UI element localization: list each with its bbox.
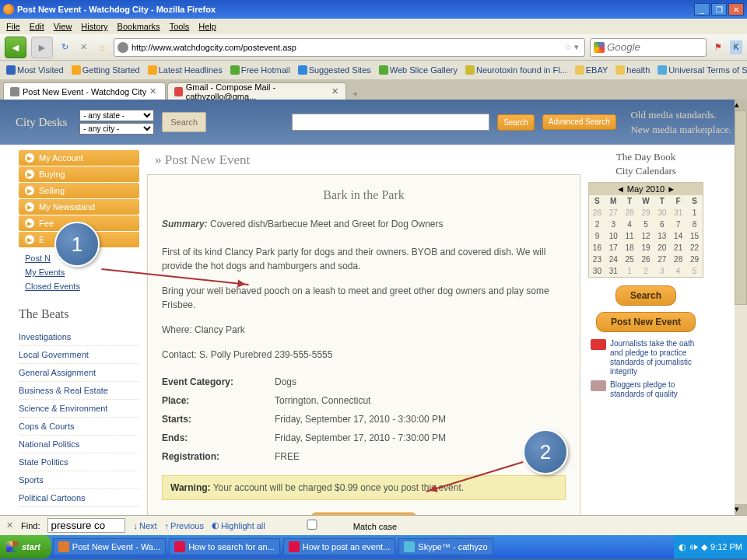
cal-day[interactable]: 25 [622, 254, 638, 265]
bookmark-star-icon[interactable]: ☆ [564, 42, 572, 52]
beat-link[interactable]: Local Government [19, 346, 139, 364]
k-icon[interactable]: K [730, 40, 742, 54]
bm-ebay[interactable]: EBAY [575, 65, 608, 75]
cal-day[interactable]: 18 [622, 242, 638, 254]
menu-bookmarks[interactable]: Bookmarks [117, 22, 160, 31]
cal-day[interactable]: 4 [670, 265, 686, 277]
cal-day[interactable]: 9 [589, 230, 605, 242]
post-new-event-button[interactable]: Post New Event [596, 312, 696, 332]
stop-icon[interactable]: ✕ [76, 40, 90, 54]
site-search-button[interactable]: Search [497, 114, 535, 131]
bm-health[interactable]: health [615, 65, 650, 75]
cal-day[interactable]: 14 [670, 230, 686, 242]
system-tray[interactable]: ◐ 🕪 ◆ 9:12 PM [674, 535, 747, 558]
find-close-icon[interactable]: ✕ [6, 520, 13, 530]
cal-day[interactable]: 10 [605, 230, 622, 242]
cal-day[interactable]: 17 [605, 242, 622, 254]
cal-day[interactable]: 20 [654, 242, 670, 254]
cal-day[interactable]: 8 [686, 219, 703, 230]
cal-day[interactable]: 3 [654, 265, 670, 277]
taskbar-button[interactable]: How to search for an... [169, 538, 280, 555]
beat-link[interactable]: Political Cartoons [19, 489, 139, 507]
site-search-input[interactable] [292, 114, 489, 131]
cal-day[interactable]: 22 [686, 242, 703, 254]
cal-day[interactable]: 26 [638, 254, 654, 265]
menu-edit[interactable]: Edit [30, 22, 44, 31]
addon-icon[interactable]: ⚑ [711, 40, 725, 54]
beat-link[interactable]: Business & Real Estate [19, 382, 139, 400]
search-box[interactable] [590, 38, 707, 57]
sublink-closed[interactable]: Closed Events [25, 279, 139, 293]
back-button[interactable]: ◄ [5, 37, 26, 58]
reload-icon[interactable]: ↻ [58, 40, 72, 54]
find-matchcase[interactable]: Match case [273, 520, 397, 531]
minimize-button[interactable]: _ [694, 3, 710, 16]
cal-day[interactable]: 26 [589, 207, 605, 219]
scrollbar[interactable]: ▴ ▾ [735, 100, 747, 515]
bm-webslice[interactable]: Web Slice Gallery [379, 65, 458, 75]
bm-latest-headlines[interactable]: Latest Headlines [148, 65, 223, 75]
url-bar[interactable]: ☆ ▾ [114, 38, 585, 57]
bm-getting-started[interactable]: Getting Started [72, 65, 140, 75]
forward-button[interactable]: ► [31, 37, 53, 58]
cal-day[interactable]: 5 [686, 265, 703, 277]
sublink-myevents[interactable]: My Events [25, 265, 139, 279]
cal-day[interactable]: 21 [670, 242, 686, 254]
beat-link[interactable]: National Politics [19, 436, 139, 453]
cal-day[interactable]: 11 [622, 230, 638, 242]
tab-watchdog[interactable]: Post New Event - Watchdog City ✕ [3, 82, 166, 100]
cal-day[interactable]: 1 [622, 265, 638, 277]
bm-most-visited[interactable]: Most Visited [6, 65, 64, 75]
state-select[interactable]: - any state - [79, 110, 154, 121]
nav-item[interactable]: ▶My Newsstand [19, 199, 139, 215]
taskbar-button[interactable]: Skype™ - cathyzo [398, 538, 493, 555]
cal-day[interactable]: 28 [622, 207, 638, 219]
find-input[interactable] [47, 518, 125, 533]
cal-day[interactable]: 6 [654, 219, 670, 230]
beat-link[interactable]: Sports [19, 471, 139, 489]
taskbar-button[interactable]: Post New Event - Wa... [53, 538, 166, 555]
nav-item[interactable]: ▶Selling [19, 183, 139, 198]
cal-day[interactable]: 2 [638, 265, 654, 277]
bm-neurotoxin[interactable]: Neurotoxin found in Fl... [465, 65, 567, 75]
tray-icon[interactable]: ◆ [701, 542, 707, 552]
cal-day[interactable]: 3 [605, 219, 622, 230]
new-tab-button[interactable]: ＋ [351, 88, 359, 100]
tab-close-icon[interactable]: ✕ [331, 86, 340, 96]
submit-event-button[interactable]: Submit Event [311, 513, 416, 515]
search-input[interactable] [607, 41, 703, 53]
taskbar-button[interactable]: How to post an event... [283, 538, 396, 555]
cal-day[interactable]: 24 [605, 254, 622, 265]
home-icon[interactable]: ⌂ [95, 40, 109, 54]
menu-file[interactable]: File [6, 22, 20, 31]
beat-link[interactable]: Cops & Courts [19, 418, 139, 436]
cal-day[interactable]: 13 [654, 230, 670, 242]
cal-day[interactable]: 31 [605, 265, 622, 277]
start-button[interactable]: start [0, 535, 51, 558]
calendar-month[interactable]: ◄ May 2010 ► [589, 183, 703, 195]
cal-day[interactable]: 5 [638, 219, 654, 230]
bm-suggested[interactable]: Suggested Sites [298, 65, 371, 75]
cal-day[interactable]: 23 [589, 254, 605, 265]
cal-day[interactable]: 30 [654, 207, 670, 219]
cal-day[interactable]: 29 [638, 207, 654, 219]
tray-icon[interactable]: ◐ [679, 542, 686, 552]
menu-view[interactable]: View [54, 22, 72, 31]
cal-day[interactable]: 2 [589, 219, 605, 230]
cal-search-button[interactable]: Search [615, 285, 676, 306]
menu-tools[interactable]: Tools [170, 22, 190, 31]
maximize-button[interactable]: ❐ [711, 3, 727, 16]
url-input[interactable] [132, 43, 564, 52]
cal-day[interactable]: 16 [589, 242, 605, 254]
cal-day[interactable]: 30 [589, 265, 605, 277]
menu-history[interactable]: History [81, 22, 107, 31]
cal-day[interactable]: 1 [686, 207, 703, 219]
tab-gmail[interactable]: Gmail - Compose Mail - cathyzollo@gma...… [167, 82, 346, 100]
find-next[interactable]: ↓ Next [133, 521, 156, 530]
journalist-pledge[interactable]: Journalists take the oath and pledge to … [591, 339, 701, 376]
bm-universal[interactable]: Universal Terms of Se... [658, 65, 747, 75]
cal-day[interactable]: 27 [605, 207, 622, 219]
find-highlight[interactable]: ◐ Highlight all [212, 520, 265, 530]
beat-link[interactable]: State Politics [19, 453, 139, 471]
nav-item[interactable]: ▶Buying [19, 166, 139, 182]
